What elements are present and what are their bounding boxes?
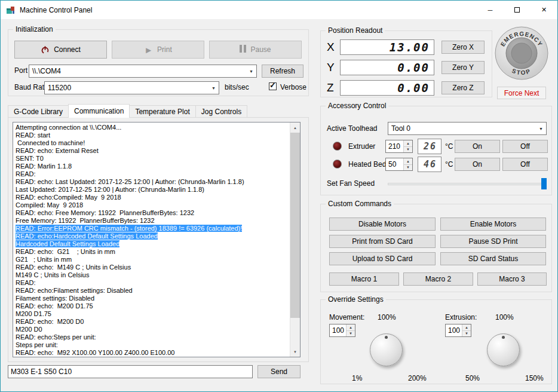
extrusion-top-label: 100% [495,313,514,321]
movement-max-label: 200% [408,374,427,382]
verbose-checkbox[interactable]: ✓ [269,82,277,90]
disable-motors-button[interactable]: Disable Motors [329,218,436,231]
spin-down-icon[interactable]: ▼ [404,165,412,171]
maximize-button[interactable] [504,1,531,19]
console-log[interactable]: Attempting connection at \\.\COM4...READ… [13,122,290,357]
zero-x-button[interactable]: Zero X [442,41,485,54]
movement-override-spinner[interactable]: 100 ▲ ▼ [329,324,355,337]
power-icon [41,45,50,54]
console-line: M200 D1.75 [16,310,290,318]
baud-rate-value: 115200 [48,84,71,92]
tab-label: Temperature Plot [135,108,189,116]
zero-y-button[interactable]: Zero Y [442,61,485,74]
port-select[interactable]: \\.\COM4 ▼ [29,65,257,78]
verbose-label[interactable]: Verbose [280,83,306,91]
override-settings-group: Override Settings Movement: 100% 100 ▲ ▼… [320,299,552,384]
heated-bed-setpoint-value: 50 [386,158,403,170]
upload-to-sd-button[interactable]: Upload to SD Card [329,252,436,265]
y-position-display: 0.00 [340,60,434,75]
heated-bed-on-button[interactable]: On [455,158,500,171]
heated-bed-setpoint-spinner[interactable]: 50 ▲ ▼ [385,158,413,171]
initialization-group: Initialization Connect ► Print Pause Por… [8,29,309,96]
button-label: Upload to SD Card [352,255,413,263]
button-label: Macro 2 [425,275,451,283]
console-line: READ: echo: External Reset [16,147,290,155]
zero-y-label: Zero Y [452,63,474,72]
sd-card-status-button[interactable]: SD Card Status [440,252,546,265]
zero-z-button[interactable]: Zero Z [442,81,485,94]
pause-button[interactable]: Pause [209,41,302,59]
console-line: READ: echo: Last Updated: 2017-12-25 12:… [16,178,290,186]
heated-bed-unit-label: °C [445,160,453,169]
fan-speed-slider-track[interactable] [388,183,547,185]
command-input[interactable] [8,365,253,378]
console-line: READ: Marlin 1.1.8 [16,163,290,170]
connect-button[interactable]: Connect [14,41,107,59]
console-line: READ: [16,279,290,287]
extrusion-override-spinner[interactable]: 100 ▲ ▼ [445,324,471,337]
tab-communication[interactable]: Communication [68,104,130,118]
tab-strip: G-Code Library Communication Temperature… [8,103,247,117]
refresh-button[interactable]: Refresh [262,65,303,78]
zero-z-label: Zero Z [452,84,473,92]
console-line: Last Updated: 2017-12-25 12:00 | Author:… [16,186,290,194]
off-label: Off [520,160,530,169]
macro-2-button[interactable]: Macro 2 [403,272,473,286]
extruder-off-button[interactable]: Off [502,140,548,153]
extruder-setpoint-spinner[interactable]: 210 ▲ ▼ [385,140,413,153]
extruder-status-led [333,142,342,151]
console-line: READ: echo:Filament settings: Disabled [16,287,290,295]
on-label: On [473,160,482,169]
button-label: Print from SD Card [352,237,412,246]
force-next-button[interactable]: Force Next [497,87,546,99]
macro-3-button[interactable]: Macro 3 [477,272,547,286]
tab-jog-controls[interactable]: Jog Controls [195,105,247,117]
scroll-down-button[interactable]: ▼ [290,347,300,357]
enable-motors-button[interactable]: Enable Motors [440,218,546,231]
heated-bed-off-button[interactable]: Off [502,158,548,171]
spin-up-icon[interactable]: ▲ [404,140,412,147]
active-toolhead-select[interactable]: Tool 0 ▼ [388,122,547,135]
console-line: READ: echo: M149 C ; Units in Celsius [16,264,290,271]
print-button[interactable]: ► Print [112,41,204,59]
emergency-stop-button[interactable]: EMERGENCY STOP [494,26,549,82]
console-line: G21 ; Units in mm [16,256,290,264]
spin-down-icon[interactable]: ▼ [404,147,412,153]
movement-knob[interactable] [370,333,403,366]
extruder-temp-display: 26 [418,139,442,154]
send-button[interactable]: Send [257,365,301,378]
port-label: Port [14,66,27,75]
spin-down-icon[interactable]: ▼ [462,331,471,337]
custom-commands-title: Custom Commands [326,200,394,208]
console-scrollbar[interactable]: ▲ ▼ [290,122,300,357]
print-from-sd-button[interactable]: Print from SD Card [329,235,436,248]
extruder-setpoint-value: 210 [386,140,403,152]
scroll-up-button[interactable]: ▲ [290,122,300,133]
pause-button-label: Pause [250,45,271,54]
play-icon: ► [144,45,153,54]
title-bar: Machine Control Panel ─ ✕ [1,1,557,19]
tab-label: G-Code Library [14,108,63,116]
z-position-display: 0.00 [340,80,434,96]
spin-up-icon[interactable]: ▲ [347,324,355,331]
console-line: Attempting connection at \\.\COM4... [16,124,290,131]
minimize-button[interactable]: ─ [477,1,504,19]
console-line: Free Memory: 11922 PlannerBufferBytes: 1… [16,217,290,225]
macro-1-button[interactable]: Macro 1 [329,272,399,286]
fan-speed-slider-thumb[interactable] [541,178,547,189]
maximize-icon [514,7,520,13]
extrusion-knob[interactable] [487,333,520,366]
console-line: Steps per unit: [16,341,290,349]
console-line: M149 C ; Units in Celsius [16,271,290,279]
close-button[interactable]: ✕ [531,1,557,19]
extruder-on-button[interactable]: On [455,140,500,153]
spin-up-icon[interactable]: ▲ [462,324,471,331]
tab-gcode-library[interactable]: G-Code Library [8,105,69,117]
tab-temperature-plot[interactable]: Temperature Plot [129,105,195,117]
scrollbar-thumb[interactable] [290,133,300,318]
pause-sd-print-button[interactable]: Pause SD Print [440,235,546,248]
spin-up-icon[interactable]: ▲ [404,158,412,165]
baud-rate-select[interactable]: 115200 ▼ [44,81,219,94]
port-value: \\.\COM4 [32,67,61,75]
spin-down-icon[interactable]: ▼ [347,331,355,337]
